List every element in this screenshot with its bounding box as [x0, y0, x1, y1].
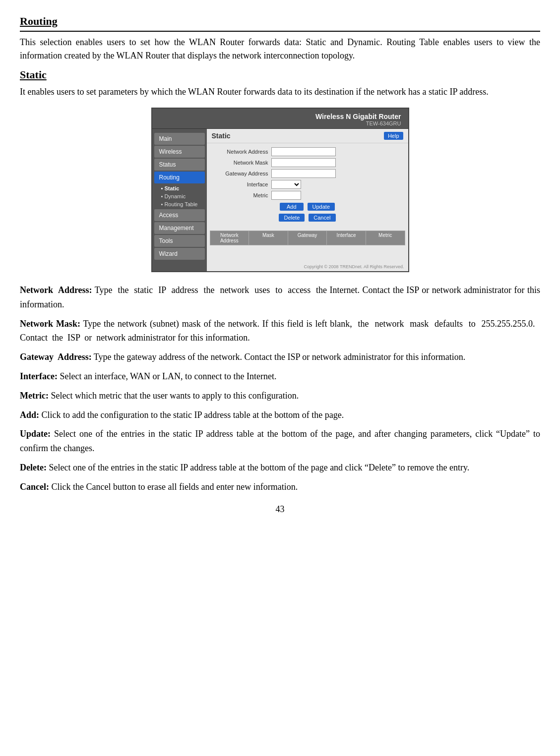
nav-sub-routing-table[interactable]: • Routing Table — [152, 200, 207, 208]
desc-metric: Metric: Select which metric that the use… — [20, 389, 540, 403]
network-address-row: Network Address — [212, 147, 403, 156]
term-interface: Interface: — [20, 371, 58, 381]
nav-wireless[interactable]: Wireless — [154, 146, 205, 158]
router-nav: Main Wireless Status Routing • Static • … — [152, 129, 207, 271]
title-divider — [20, 31, 540, 32]
desc-delete: Delete: Select one of the entries in the… — [20, 461, 540, 475]
desc-metric-text: Select which metric that the user wants … — [51, 391, 299, 401]
th-interface: Interface — [327, 231, 366, 245]
term-update: Update: — [20, 429, 51, 439]
th-network-address: Network Address — [210, 231, 249, 245]
nav-sub-static[interactable]: • Static — [152, 184, 207, 192]
network-address-label: Network Address — [212, 149, 271, 155]
router-ui: Wireless N Gigabit Router TEW-634GRU Mai… — [151, 108, 409, 272]
network-mask-input[interactable] — [271, 158, 336, 167]
desc-interface-text: Select an interface, WAN or LAN, to conn… — [60, 371, 276, 381]
desc-cancel: Cancel: Click the Cancel button to erase… — [20, 480, 540, 494]
gateway-address-label: Gateway Address — [212, 171, 271, 176]
gateway-address-row: Gateway Address — [212, 169, 403, 178]
nav-status[interactable]: Status — [154, 159, 205, 171]
desc-update: Update: Select one of the entries in the… — [20, 427, 540, 456]
nav-main[interactable]: Main — [154, 133, 205, 145]
th-gateway: Gateway — [288, 231, 327, 245]
form-buttons: Add Update — [212, 203, 403, 211]
help-button[interactable]: Help — [384, 132, 403, 140]
static-section-title: Static — [20, 68, 540, 81]
desc-delete-text: Select one of the entries in the static … — [49, 463, 469, 472]
term-network-address: Network Address: — [20, 285, 92, 295]
metric-input[interactable] — [271, 191, 301, 200]
desc-update-text: Select one of the entries in the static … — [20, 429, 540, 453]
desc-gateway-address: Gateway Address: Type the gateway addres… — [20, 350, 540, 364]
page-title: Routing — [20, 15, 540, 28]
nav-sub-dynamic[interactable]: • Dynamic — [152, 192, 207, 200]
desc-network-mask: Network Mask: Type the network (subnet) … — [20, 317, 540, 346]
content-title: Static — [212, 132, 231, 140]
interface-row: Interface WAN LAN — [212, 180, 403, 189]
term-gateway-address: Gateway Address: — [20, 352, 92, 362]
nav-management[interactable]: Management — [154, 222, 205, 234]
nav-routing[interactable]: Routing — [154, 172, 205, 183]
term-delete: Delete: — [20, 463, 47, 472]
update-button[interactable]: Update — [308, 203, 335, 211]
interface-select[interactable]: WAN LAN — [271, 180, 301, 189]
router-content: Static Help Network Address Network Mask… — [207, 129, 408, 271]
desc-network-address: Network Address: Type the static IP addr… — [20, 283, 540, 312]
desc-network-address-text: Type the static IP address the network u… — [20, 285, 540, 309]
static-description: It enables users to set parameters by wh… — [20, 85, 540, 99]
desc-add: Add: Click to add the configuration to t… — [20, 408, 540, 422]
form-area: Network Address Network Mask Gateway Add… — [207, 143, 408, 229]
th-mask: Mask — [249, 231, 288, 245]
add-button[interactable]: Add — [280, 203, 304, 211]
network-mask-row: Network Mask — [212, 158, 403, 167]
metric-label: Metric — [212, 192, 271, 198]
page-number: 43 — [20, 504, 540, 515]
desc-cancel-text: Click the Cancel button to erase all fie… — [51, 482, 298, 492]
nav-access[interactable]: Access — [154, 209, 205, 221]
content-header: Static Help — [207, 129, 408, 143]
term-cancel: Cancel: — [20, 482, 49, 492]
term-network-mask: Network Mask: — [20, 319, 80, 329]
table-spacer — [207, 247, 408, 262]
desc-network-mask-text: Type the network (subnet) mask of the ne… — [20, 319, 540, 343]
router-model: TEW-634GRU — [159, 120, 401, 126]
term-metric: Metric: — [20, 391, 49, 401]
cancel-button[interactable]: Cancel — [309, 214, 335, 222]
network-address-input[interactable] — [271, 147, 336, 156]
table-header-row: Network Address Mask Gateway Interface M… — [210, 231, 405, 245]
nav-wizard[interactable]: Wizard — [154, 248, 205, 260]
nav-tools[interactable]: Tools — [154, 235, 205, 247]
interface-label: Interface — [212, 181, 271, 187]
delete-button[interactable]: Delete — [279, 214, 305, 222]
router-body: Main Wireless Status Routing • Static • … — [152, 129, 408, 271]
intro-paragraph: This selection enables users to set how … — [20, 36, 540, 62]
form-buttons-2: Delete Cancel — [212, 214, 403, 222]
desc-interface: Interface: Select an interface, WAN or L… — [20, 369, 540, 384]
routing-table: Network Address Mask Gateway Interface M… — [210, 231, 405, 245]
gateway-address-input[interactable] — [271, 169, 336, 178]
th-metric: Metric — [366, 231, 405, 245]
router-header: Wireless N Gigabit Router TEW-634GRU — [152, 109, 408, 129]
router-brand: Wireless N Gigabit Router — [159, 113, 401, 120]
content-footer: Copyright © 2008 TRENDnet. All Rights Re… — [207, 262, 408, 271]
metric-row: Metric — [212, 191, 403, 200]
desc-add-text: Click to add the configuration to the st… — [42, 410, 344, 420]
term-add: Add: — [20, 410, 39, 420]
router-screenshot: Wireless N Gigabit Router TEW-634GRU Mai… — [20, 108, 540, 272]
network-mask-label: Network Mask — [212, 160, 271, 166]
desc-gateway-address-text: Type the gateway address of the network.… — [94, 352, 465, 362]
descriptions-section: Network Address: Type the static IP addr… — [20, 283, 540, 494]
